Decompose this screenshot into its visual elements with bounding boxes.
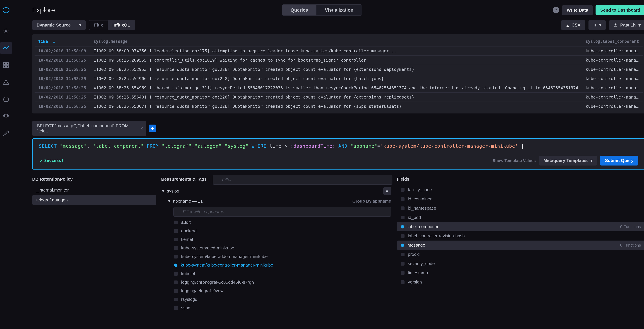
field-item[interactable]: label_component0 Functions [397, 222, 644, 231]
field-item[interactable]: id_pod [397, 213, 644, 222]
tag-value-item[interactable]: logging/telegraf-j9vdw [161, 286, 392, 295]
col-component[interactable]: syslog.label_component [582, 37, 643, 46]
svg-rect-4 [4, 66, 6, 68]
csv-button[interactable]: CSV [561, 20, 585, 30]
table-row[interactable]: 10/02/2018 11:58:25I1002 09:58:25.552953… [34, 65, 643, 74]
query-tab[interactable]: SELECT "message", "label_component" FROM… [32, 121, 146, 136]
queries-tab[interactable]: Queries [282, 5, 316, 16]
selected-dot-icon [174, 263, 178, 267]
tag-value-item[interactable]: kernel [161, 235, 392, 244]
equals-button[interactable]: = [384, 187, 391, 195]
checkbox-icon [401, 206, 404, 210]
field-item[interactable]: facility_code [397, 185, 644, 194]
pause-icon [593, 23, 596, 27]
svg-point-7 [6, 84, 6, 84]
send-to-dashboard-button[interactable]: Send to Dashboard [596, 5, 644, 15]
query-language-toggle: Flux InfluxQL [89, 20, 135, 30]
nav-alerts-icon[interactable] [0, 76, 12, 88]
fields-title: Fields [397, 174, 644, 185]
source-dropdown-label: Dynamic Source [36, 23, 71, 28]
nav-config-icon[interactable] [0, 128, 12, 140]
refresh-dropdown[interactable]: ▾ [588, 20, 606, 30]
db-item[interactable]: telegraf.autogen [32, 195, 156, 205]
flux-option[interactable]: Flux [90, 21, 108, 30]
caret-down-icon: ▾ [162, 188, 164, 194]
svg-rect-5 [6, 66, 8, 68]
chevron-down-icon: ▾ [638, 23, 641, 28]
table-row[interactable]: 10/02/2018 11:58:25I1002 09:58:25.556401… [34, 93, 643, 102]
tag-value-item[interactable]: sshd [161, 304, 392, 312]
table-row[interactable]: 10/02/2018 11:58:25W1002 09:58:25.554969… [34, 83, 643, 93]
measurement-row[interactable]: ▾ syslog = [161, 185, 392, 197]
functions-count[interactable]: 0 Functions [620, 224, 641, 229]
checkbox-icon [174, 238, 178, 241]
download-icon [566, 23, 570, 27]
field-item[interactable]: message0 Functions [397, 240, 644, 250]
nav-admin-icon[interactable] [0, 110, 12, 123]
field-item[interactable]: severity_code [397, 259, 644, 268]
tag-value-item[interactable]: kubelet [161, 269, 392, 278]
functions-count[interactable]: 0 Functions [620, 243, 641, 248]
table-row[interactable]: 10/02/2018 11:58:25I1002 09:58:25.289555… [34, 56, 643, 65]
svg-marker-0 [3, 7, 9, 13]
col-time[interactable]: time ▴ [34, 37, 90, 46]
checkbox-icon [174, 255, 178, 258]
nav-dashboards-icon[interactable] [0, 59, 12, 71]
check-icon [39, 159, 42, 162]
table-row[interactable]: 10/02/2018 11:58:09I1002 09:58:09.074356… [34, 46, 643, 56]
field-item[interactable]: id_container [397, 194, 644, 204]
checkbox-icon [174, 298, 178, 301]
chevron-down-icon: ▾ [590, 158, 592, 163]
db-panel: DB.RetentionPolicy _internal.monitortele… [32, 174, 156, 329]
checkbox-icon [174, 289, 178, 293]
tag-value-item[interactable]: dockerd [161, 227, 392, 235]
view-mode-toggle: Queries Visualization [282, 4, 362, 16]
field-item[interactable]: id_namespace [397, 204, 644, 213]
write-data-button[interactable]: Write Data [562, 5, 593, 15]
checkbox-icon [401, 234, 404, 238]
checkbox-icon [174, 306, 178, 310]
field-item[interactable]: label_controller-revision-hash [397, 231, 644, 240]
tag-key-row[interactable]: ▾ appname — 11 Group By appname [161, 197, 392, 205]
measurements-panel: Measurements & Tags ▾ syslog = [156, 174, 397, 329]
group-by-button[interactable]: Group By appname [352, 199, 391, 204]
col-message[interactable]: syslog.message [90, 37, 582, 46]
nav-host-icon[interactable] [0, 25, 12, 37]
table-row[interactable]: 10/02/2018 11:58:25I1002 09:58:25.554906… [34, 74, 643, 83]
metaquery-dropdown[interactable]: Metaquery Templates ▾ [539, 156, 597, 166]
submit-query-button[interactable]: Submit Query [600, 156, 638, 166]
help-icon[interactable]: ? [552, 7, 559, 14]
query-text-input[interactable]: SELECT "message", "label_component" FROM… [33, 139, 644, 153]
chevron-down-icon: ▾ [79, 23, 81, 28]
db-item[interactable]: _internal.monitor [32, 185, 156, 195]
tag-value-item[interactable]: kube-system/kube-addon-manager-minikube [161, 252, 392, 261]
add-query-button[interactable]: + [148, 125, 156, 132]
close-icon[interactable]: × [140, 126, 143, 131]
app-logo-icon[interactable] [0, 4, 12, 16]
time-range-dropdown[interactable]: Past 1h ▾ [609, 20, 644, 30]
checkbox-icon [401, 188, 404, 192]
tag-value-item[interactable]: logging/chronograf-5c85dd45f6-s7rgn [161, 278, 392, 286]
table-row[interactable]: 10/02/2018 11:58:25I1002 09:58:25.558071… [34, 102, 643, 111]
tag-value-item[interactable]: rsyslogd [161, 295, 392, 304]
tag-value-item[interactable]: kube-system/kube-controller-manager-mini… [161, 261, 392, 269]
field-item[interactable]: procid [397, 250, 644, 259]
topbar: Explore Queries Visualization ? Write Da… [12, 0, 644, 20]
influxql-option[interactable]: InfluxQL [108, 21, 135, 30]
checkbox-icon [401, 216, 404, 219]
tag-value-item[interactable]: kube-system/etcd-minikube [161, 244, 392, 252]
source-dropdown[interactable]: Dynamic Source ▾ [32, 20, 86, 30]
field-item[interactable]: timestamp [397, 268, 644, 277]
query-status: Success! [39, 158, 64, 163]
nav-explore-icon[interactable] [0, 42, 12, 54]
appname-filter-input[interactable] [174, 207, 391, 217]
tag-value-item[interactable]: audit [161, 218, 392, 227]
nav-logs-icon[interactable] [0, 93, 12, 105]
checkbox-icon [174, 272, 178, 276]
measurements-filter-input[interactable] [213, 175, 392, 185]
visualization-tab[interactable]: Visualization [316, 5, 362, 16]
field-item[interactable]: version [397, 277, 644, 287]
checkbox-icon [174, 221, 178, 224]
svg-rect-2 [4, 63, 6, 65]
show-template-values[interactable]: Show Template Values [492, 158, 536, 163]
